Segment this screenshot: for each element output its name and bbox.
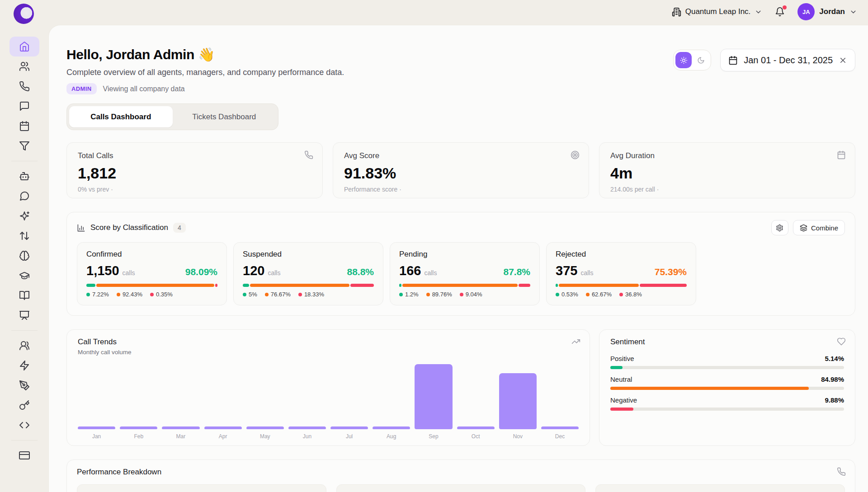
classification-score: 75.39% — [655, 267, 687, 277]
segment — [640, 284, 687, 287]
sentiment-value: 84.98% — [821, 375, 844, 383]
chart-bar-column: Aug — [373, 361, 410, 440]
classification-card: Confirmed 1,150 calls 98.09% 7.22%92.43%… — [77, 242, 227, 305]
sidebar-nav — [0, 37, 48, 465]
user-menu[interactable]: JA Jordan — [797, 3, 857, 20]
chart-bar-label: Feb — [120, 433, 157, 440]
performance-columns: Total Calls Active Agents Avg Score — [77, 484, 845, 492]
chart-bar — [162, 426, 199, 429]
theme-dark-button[interactable] — [693, 52, 709, 68]
sidebar-item-brain[interactable] — [9, 246, 39, 266]
sentiment-row: Neutral 84.98% — [610, 375, 844, 390]
sidebar-item-calendar[interactable] — [9, 116, 39, 136]
sidebar-item-graduation-cap[interactable] — [9, 266, 39, 286]
chart-bar-column: May — [246, 361, 284, 440]
chart-bar — [541, 426, 579, 429]
phone-icon — [304, 150, 313, 159]
segment — [519, 284, 530, 287]
chart-bar — [415, 364, 452, 429]
building-icon — [672, 7, 681, 17]
chart-bar-column: Nov — [499, 361, 537, 440]
theme-light-button[interactable] — [675, 52, 692, 68]
chart-bar-column: Oct — [457, 361, 495, 440]
sparkles-icon — [19, 211, 30, 221]
chart-bar — [499, 373, 537, 429]
book-open-icon — [19, 290, 30, 301]
classification-title: Score by Classification — [90, 223, 168, 232]
sentiment-track — [610, 408, 844, 411]
user-name: Jordan — [819, 7, 845, 16]
classification-card-title: Suspended — [243, 250, 374, 259]
home-icon — [19, 41, 30, 52]
page-subtitle: Complete overview of all agents, manager… — [66, 68, 344, 77]
notification-dot — [783, 5, 787, 9]
sidebar-item-message-circle[interactable] — [9, 186, 39, 206]
date-range-picker[interactable]: Jan 01 - Dec 31, 2025 — [720, 49, 855, 71]
users-round-icon — [19, 340, 30, 351]
sidebar-item-pen-tool[interactable] — [9, 375, 39, 395]
org-selector[interactable]: Quantum Leap Inc. — [672, 7, 763, 17]
notifications-button[interactable] — [775, 7, 785, 17]
sentiment-track — [610, 387, 844, 390]
sentiment-label: Negative — [610, 396, 637, 404]
performance-column: Avg Score — [595, 484, 845, 492]
legend-dot — [86, 293, 90, 296]
tab-tickets-dashboard[interactable]: Tickets Dashboard — [173, 106, 276, 127]
sidebar-item-presentation[interactable] — [9, 305, 39, 325]
sidebar-item-users-round[interactable] — [9, 336, 39, 356]
sentiment-value: 9.88% — [825, 396, 844, 404]
sentiment-row: Negative 9.88% — [610, 396, 844, 411]
stat-title: Avg Duration — [610, 151, 844, 160]
chart-bar-label: Oct — [457, 433, 495, 440]
classification-calls: 166 — [399, 263, 421, 278]
sidebar-item-zap[interactable] — [9, 356, 39, 375]
classification-settings-button[interactable] — [771, 220, 788, 235]
sentiment-title: Sentiment — [610, 337, 844, 347]
sidebar-item-message-square[interactable] — [9, 96, 39, 116]
key-icon — [19, 400, 30, 411]
calendar-icon — [837, 150, 846, 159]
sidebar-item-book-open[interactable] — [9, 286, 39, 305]
sidebar-item-phone[interactable] — [9, 76, 39, 96]
bot-icon — [19, 171, 30, 182]
sidebar-item-users[interactable] — [9, 56, 39, 76]
sentiment-rows: Positive 5.14% Neutral 84.98% Negative 9… — [610, 355, 844, 411]
chart-bar-column: Apr — [204, 361, 242, 440]
legend-item: 0.35% — [150, 291, 173, 298]
sidebar-item-arrows-up-down[interactable] — [9, 226, 39, 246]
legend-dot — [150, 293, 154, 296]
zap-icon — [19, 360, 30, 371]
legend-item: 1.2% — [399, 291, 419, 298]
classification-card-title: Confirmed — [86, 250, 217, 259]
classification-segment-bar — [243, 284, 374, 287]
sidebar-item-key[interactable] — [9, 395, 39, 415]
sidebar-item-sparkles[interactable] — [9, 206, 39, 226]
sidebar-item-code[interactable] — [9, 415, 39, 435]
classification-legend: 0.53%62.67%36.8% — [556, 291, 687, 298]
segment — [250, 284, 349, 287]
sidebar-divider — [11, 440, 38, 440]
classification-calls: 1,150 — [86, 263, 119, 278]
code-icon — [19, 420, 30, 431]
close-icon[interactable] — [839, 56, 847, 65]
combine-button[interactable]: Combine — [793, 220, 845, 235]
sidebar-item-bot[interactable] — [9, 166, 39, 186]
legend-item: 7.22% — [86, 291, 109, 298]
chart-bar — [246, 426, 284, 429]
legend-dot — [556, 293, 559, 296]
sidebar-item-credit-card[interactable] — [9, 445, 39, 465]
role-badge: ADMIN — [66, 83, 97, 94]
stat-value: 91.83% — [344, 164, 578, 182]
sidebar-item-filter[interactable] — [9, 136, 39, 156]
chart-bar — [288, 426, 326, 429]
stat-value: 1,812 — [78, 164, 311, 182]
sentiment-fill — [610, 366, 623, 369]
segment — [350, 284, 374, 287]
sidebar-item-home[interactable] — [9, 37, 39, 56]
legend-item: 0.53% — [556, 291, 578, 298]
sentiment-value: 5.14% — [825, 355, 844, 362]
chart-bar-label: Jul — [330, 433, 368, 440]
classification-card: Suspended 120 calls 88.8% 5%76.67%18.33% — [233, 242, 383, 305]
tab-calls-dashboard[interactable]: Calls Dashboard — [69, 106, 173, 127]
chart-bar — [78, 426, 115, 429]
